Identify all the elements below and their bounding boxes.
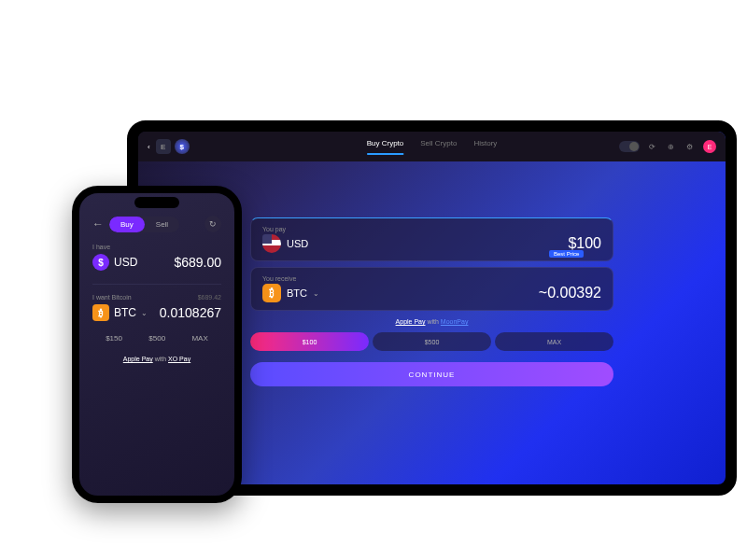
tab-history[interactable]: History [473, 139, 497, 155]
pay-card-label: You pay [262, 226, 601, 232]
tab-sell-crypto[interactable]: Sell Crypto [420, 139, 457, 155]
brand-badge-icon: $ [175, 139, 190, 154]
desktop-tabs: Buy Crypto Sell Crypto History [367, 139, 498, 155]
phone-want-label: I want Bitcoin [92, 294, 132, 301]
app-logo-icon: E [156, 139, 171, 154]
moonpay-link[interactable]: MoonPay [441, 318, 469, 325]
phone-tab-sell[interactable]: Sell [145, 217, 179, 232]
phone-want-amount: 0.0108267 [160, 305, 221, 320]
phone-want-section: I want Bitcoin $689.42 ₿ BTC ⌄ 0.0108267 [92, 294, 221, 321]
back-button[interactable]: ‹ [148, 143, 150, 151]
receive-card[interactable]: You receive ₿ BTC ⌄ ~0.00392 [250, 267, 613, 311]
theme-toggle[interactable] [619, 141, 640, 152]
phone-quick-amounts: $150 $500 MAX [92, 334, 221, 343]
phone-xopay-link[interactable]: XO Pay [168, 356, 190, 362]
desktop-topbar: ‹ E $ Buy Crypto Sell Crypto History ⟳ ⊕… [138, 132, 726, 161]
phone-want-symbol: BTC [114, 306, 136, 319]
phone-want-est: $689.42 [198, 294, 221, 302]
tab-buy-crypto[interactable]: Buy Crypto [367, 139, 404, 155]
phone-quick-500[interactable]: $500 [148, 334, 165, 343]
quick-amount-500[interactable]: $500 [373, 332, 491, 351]
quick-amounts: $100 $500 MAX [250, 332, 613, 351]
quick-amount-max[interactable]: MAX [495, 332, 613, 351]
phone-quick-150[interactable]: $150 [106, 334, 122, 343]
phone-back-button[interactable]: ← [92, 217, 104, 231]
btc-icon: ₿ [262, 284, 281, 302]
phone-pay-note: Apple Pay with XO Pay [92, 356, 221, 362]
globe-icon[interactable]: ⊕ [666, 141, 677, 152]
divider [92, 284, 221, 285]
phone-quick-max[interactable]: MAX [191, 334, 207, 343]
pay-method-note: Apple Pay with MoonPay [250, 318, 613, 325]
apple-pay-link[interactable]: Apple Pay [396, 318, 426, 325]
phone-have-symbol: USD [114, 256, 137, 269]
receive-amount: ~0.00392 [539, 285, 601, 301]
best-price-badge: Best Price [549, 250, 584, 258]
history-icon[interactable]: ↻ [204, 216, 221, 232]
phone-frame: ← Buy Sell ↻ I have $ USD $689.00 I want… [72, 186, 242, 503]
chevron-down-icon[interactable]: ⌄ [141, 309, 148, 317]
usd-flag-icon [262, 234, 281, 253]
phone-apple-pay-link[interactable]: Apple Pay [123, 356, 153, 362]
gear-icon[interactable]: ⚙ [684, 141, 696, 152]
phone-tab-buy[interactable]: Buy [109, 217, 145, 232]
phone-have-amount[interactable]: $689.00 [174, 255, 221, 270]
phone-notch [134, 197, 179, 208]
phone-tabs: Buy Sell [109, 217, 179, 232]
continue-button[interactable]: CONTINUE [250, 362, 613, 386]
quick-amount-100[interactable]: $100 [250, 332, 369, 351]
chevron-down-icon[interactable]: ⌄ [313, 289, 319, 298]
phone-have-label: I have [92, 244, 221, 250]
refresh-icon[interactable]: ⟳ [647, 141, 658, 152]
usd-icon: $ [92, 254, 109, 271]
pay-symbol: USD [287, 238, 308, 249]
receive-card-label: You receive [262, 275, 601, 282]
btc-icon-small: ₿ [92, 304, 109, 321]
avatar[interactable]: E [703, 140, 716, 153]
phone-have-section: I have $ USD $689.00 [92, 244, 221, 271]
receive-symbol: BTC [287, 287, 307, 299]
